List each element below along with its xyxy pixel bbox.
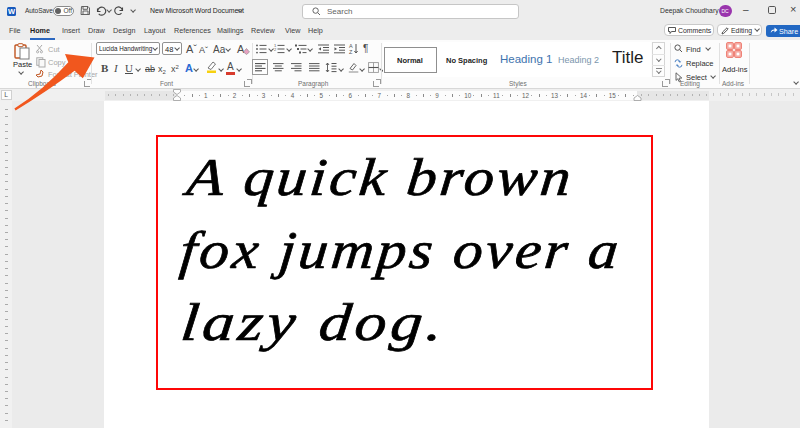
svg-text:Z: Z bbox=[349, 49, 353, 55]
svg-text:2: 2 bbox=[274, 47, 277, 52]
